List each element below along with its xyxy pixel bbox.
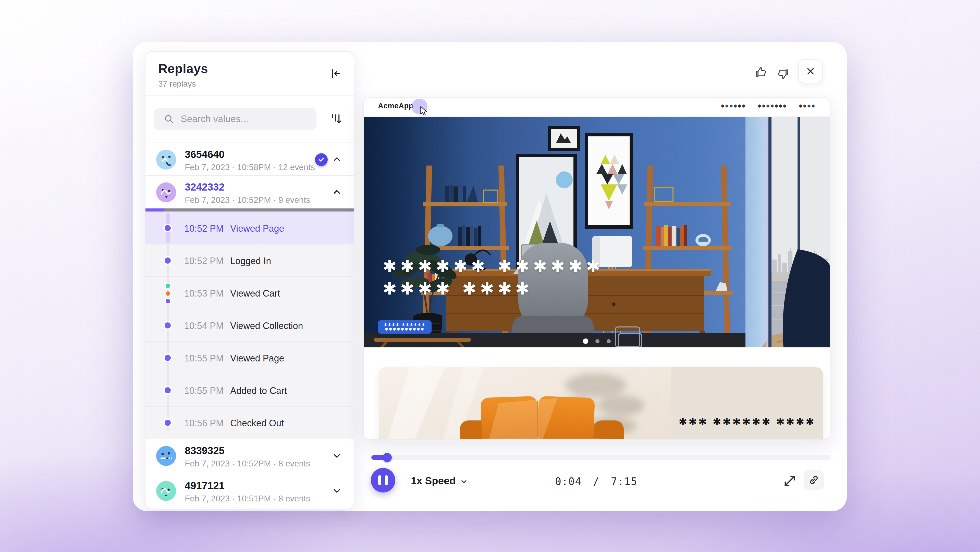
time-separator: / — [593, 475, 600, 487]
carousel-dot[interactable] — [595, 339, 600, 343]
playback-progress-slider[interactable] — [371, 455, 831, 460]
expand-icon — [783, 474, 797, 488]
session-id: 8339325 — [185, 445, 224, 456]
replayed-product-card: ✱✱✱ ✱✱✱✱✱✱ ✱✱✱✱ — [379, 367, 823, 440]
event-time: 10:56 PM — [184, 418, 224, 429]
chevron-down-icon[interactable] — [332, 486, 342, 496]
thumbs-up-icon — [754, 65, 768, 79]
sort-button[interactable] — [329, 112, 344, 126]
event-label: Added to Cart — [230, 386, 287, 396]
close-icon — [805, 66, 816, 77]
thumbs-up-button[interactable] — [754, 65, 768, 79]
avatar — [156, 446, 176, 466]
event-dot-purple — [165, 298, 171, 305]
session-row-3654640[interactable]: 3654640 Feb 7, 2023 · 10:58PM · 12 event… — [145, 142, 354, 175]
masked-nav-item: ✱✱✱✱ — [799, 104, 816, 108]
event-label: Checked Out — [230, 418, 284, 429]
session-row-4917121[interactable]: 4917121 Feb 7, 2023 · 10:51PM · 8 events — [145, 474, 354, 509]
event-dot — [163, 386, 172, 395]
session-replay-progress[interactable] — [145, 209, 354, 212]
sort-icon — [329, 112, 343, 126]
event-time: 10:54 PM — [184, 321, 224, 331]
session-replay-progress-fill — [145, 209, 164, 212]
avatar — [156, 481, 176, 501]
event-dot — [163, 224, 172, 233]
search-field-wrap — [154, 108, 317, 130]
event-dot — [163, 256, 172, 265]
time-current: 0:04 — [555, 475, 582, 487]
carousel-dot[interactable] — [607, 339, 611, 343]
session-id: 4917121 — [185, 480, 224, 491]
event-label: Viewed Page — [230, 223, 284, 234]
session-id: 3654640 — [185, 149, 224, 160]
event-dot — [163, 321, 172, 330]
sidebar-header: Replays 37 replays — [145, 52, 354, 96]
search-input[interactable] — [154, 108, 317, 130]
carousel-dot-active[interactable] — [583, 338, 588, 344]
chevron-up-icon[interactable] — [332, 154, 342, 164]
expand-button[interactable] — [783, 474, 797, 488]
link-icon — [808, 474, 819, 486]
replay-viewport: AcmeApp ✱✱✱✱✱✱ ✱✱✱✱✱✱✱ ✱✱✱✱ — [363, 97, 830, 440]
event-dot-teal — [165, 282, 171, 289]
event-row-viewed-collection[interactable]: 10:54 PM Viewed Collection — [145, 309, 354, 341]
masked-headline-line1: ✱✱✱✱✱✱ ✱✱✱✱✱✱ — [383, 257, 604, 276]
event-label: Viewed Collection — [230, 321, 303, 331]
search-icon — [163, 113, 175, 124]
masked-headline-line2: ✱✱✱✱ ✱✱✱✱ — [383, 279, 533, 298]
masked-cta-button[interactable]: ✱✱✱✱ ✱✱✱✱✱✱ ✱✱✱✱✱✱✱✱✱✱ — [378, 320, 431, 333]
event-label: Logged In — [230, 256, 271, 266]
session-meta: Feb 7, 2023 · 10:58PM · 12 events — [185, 163, 315, 172]
masked-product-text: ✱✱✱ ✱✱✱✱✱✱ ✱✱✱✱ — [671, 416, 823, 428]
event-row-viewed-page-2[interactable]: 10:55 PM Viewed Page — [145, 341, 354, 374]
replayed-app-topbar: AcmeApp ✱✱✱✱✱✱ ✱✱✱✱✱✱✱ ✱✱✱✱ — [364, 97, 830, 117]
couch-photo — [379, 367, 671, 440]
event-label: Viewed Cart — [230, 288, 280, 299]
session-id-active: 3242332 — [185, 181, 224, 193]
thumbs-down-icon — [776, 67, 790, 81]
cursor-icon — [419, 106, 430, 116]
replayed-nav: ✱✱✱✱✱✱ ✱✱✱✱✱✱✱ ✱✱✱✱ — [721, 104, 816, 108]
event-label: Viewed Page — [230, 353, 284, 364]
close-button[interactable] — [798, 59, 823, 83]
page-title: Replays — [158, 61, 208, 76]
event-time: 10:55 PM — [184, 353, 224, 364]
avatar — [156, 150, 176, 170]
chevron-down-icon[interactable] — [332, 451, 342, 461]
carousel-dots — [364, 338, 830, 344]
page-background: Replays 37 replays — [0, 0, 980, 552]
event-row-checked-out[interactable]: 10:56 PM Checked Out — [145, 406, 354, 439]
event-time: 10:52 PM — [184, 256, 224, 266]
time-total: 7:15 — [611, 475, 638, 487]
playback-time: 0:04 / 7:15 — [363, 475, 829, 487]
session-meta: Feb 7, 2023 · 10:51PM · 8 events — [185, 494, 310, 504]
replayed-app-logo: AcmeApp — [378, 102, 414, 110]
event-row-added-to-cart[interactable]: 10:55 PM Added to Cart — [145, 374, 354, 406]
replayed-hero-section: ✱✱✱✱✱✱ ✱✱✱✱✱✱ ✱✱✱✱ ✱✱✱✱ ✱✱✱✱ ✱✱✱✱✱✱ ✱✱✱✱… — [364, 116, 830, 348]
playback-progress-thumb[interactable] — [383, 453, 392, 462]
event-row-viewed-page[interactable]: 10:52 PM Viewed Page — [145, 212, 354, 244]
event-row-logged-in[interactable]: 10:52 PM Logged In — [145, 244, 354, 276]
replay-modal: Replays 37 replays — [133, 42, 847, 511]
masked-nav-item: ✱✱✱✱✱✱ — [721, 104, 746, 108]
replays-sidebar: Replays 37 replays — [145, 51, 354, 509]
session-row-3242332[interactable]: 3242332 Feb 7, 2023 · 10:52PM · 9 events — [145, 175, 354, 209]
avatar — [156, 182, 176, 202]
event-dot — [163, 354, 172, 362]
copy-link-button[interactable] — [804, 470, 824, 490]
session-row-8339325[interactable]: 8339325 Feb 7, 2023 · 10:52PM · 8 events — [145, 439, 354, 474]
selected-check-badge — [315, 153, 328, 166]
session-meta: Feb 7, 2023 · 10:52PM · 9 events — [185, 195, 310, 205]
session-meta: Feb 7, 2023 · 10:52PM · 8 events — [185, 459, 310, 469]
chevron-up-icon[interactable] — [332, 187, 342, 197]
event-row-viewed-cart[interactable]: 10:53 PM Viewed Cart — [145, 276, 354, 309]
thumbs-down-button[interactable] — [776, 67, 790, 81]
event-time: 10:52 PM — [184, 223, 224, 234]
hero-room-photo — [364, 116, 830, 348]
product-card-text-panel: ✱✱✱ ✱✱✱✱✱✱ ✱✱✱✱ — [671, 367, 823, 440]
replay-count: 37 replays — [158, 79, 196, 89]
event-dot — [163, 418, 172, 427]
collapse-sidebar-button[interactable] — [328, 66, 342, 81]
event-time: 10:53 PM — [184, 288, 224, 299]
collapse-left-icon — [329, 67, 342, 80]
